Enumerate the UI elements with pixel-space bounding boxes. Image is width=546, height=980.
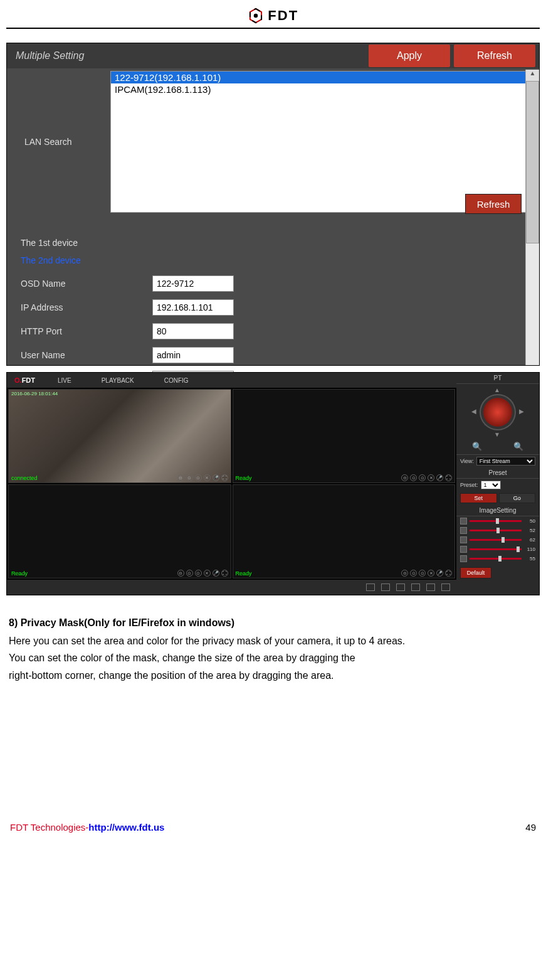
svg-point-2 — [254, 14, 258, 18]
cell-controls: ⊖⊙⊙✕🎤⛶ — [177, 474, 228, 481]
list-item[interactable]: IPCAM(192.168.1.113) — [111, 83, 532, 95]
lan-search-label: LAN Search — [7, 71, 110, 213]
refresh-button[interactable]: Refresh — [454, 45, 535, 67]
ctrl-icon[interactable]: ⊖ — [401, 570, 408, 577]
expand-icon[interactable]: ⛶ — [221, 570, 228, 577]
ctrl-icon[interactable]: ⊖ — [177, 570, 184, 577]
http-port-input[interactable] — [152, 323, 234, 339]
right-panel: PT ▲ ▼ ◀ ▶ 🔍 🔍 View: First Stream Preset… — [456, 373, 539, 595]
nav-live[interactable]: LIVE — [43, 377, 87, 384]
footer-url[interactable]: http://www.fdt.us — [88, 822, 164, 833]
ctrl-icon[interactable]: ⊙ — [186, 474, 193, 481]
sharpness-icon — [460, 555, 467, 562]
ptz-down-icon[interactable]: ▼ — [494, 431, 500, 438]
nav-config[interactable]: CONFIG — [149, 377, 204, 384]
list-item-selected[interactable]: 122-9712(192.168.1.101) — [111, 72, 532, 83]
paragraph: right-bottom corner, change the position… — [9, 667, 537, 684]
ctrl-icon[interactable]: ⊙ — [419, 474, 426, 481]
section-heading: 8) Privacy Mask(Only for IE/Firefox in w… — [9, 614, 537, 631]
http-port-label: HTTP Port — [21, 326, 152, 336]
contrast-icon — [460, 527, 467, 534]
preset-title: Preset — [456, 467, 539, 479]
mic-icon[interactable]: 🎤 — [436, 474, 443, 481]
slider-hue[interactable]: 62 — [456, 535, 539, 545]
preset-label: Preset: — [460, 482, 478, 488]
mute-icon[interactable]: ✕ — [204, 570, 211, 577]
status-connected: connected — [11, 475, 38, 481]
image-setting-title: ImageSetting — [456, 505, 539, 516]
mic-icon[interactable]: 🎤 — [213, 570, 219, 577]
ctrl-icon[interactable]: ⊙ — [195, 570, 202, 577]
bottom-toolbar — [7, 580, 456, 595]
slider-sharpness[interactable]: 55 — [456, 554, 539, 563]
expand-icon[interactable]: ⛶ — [445, 474, 452, 481]
layout-grid-icon[interactable] — [441, 583, 450, 591]
ctrl-icon[interactable]: ⊙ — [195, 474, 202, 481]
ctrl-icon[interactable]: ⊙ — [419, 570, 426, 577]
preset-select[interactable]: 1 — [481, 481, 501, 489]
status-ready: Ready — [11, 570, 28, 577]
device-tab-1[interactable]: The 1st device — [21, 234, 539, 252]
osd-name-label: OSD Name — [21, 279, 152, 289]
zoom-out-icon[interactable]: 🔍 — [513, 442, 523, 451]
ctrl-icon[interactable]: ⊖ — [401, 474, 408, 481]
video-cell-4[interactable]: Ready ⊖⊙⊙✕🎤⛶ — [233, 484, 456, 578]
saturation-icon — [460, 546, 467, 553]
timestamp-overlay: 2016-06-29 18:01:44 — [11, 391, 58, 397]
apply-button[interactable]: Apply — [369, 45, 450, 67]
status-ready: Ready — [236, 570, 252, 577]
ptz-joystick[interactable] — [483, 398, 512, 427]
set-button[interactable]: Set — [460, 493, 497, 503]
mute-icon[interactable]: ✕ — [428, 570, 434, 577]
slider-brightness[interactable]: 50 — [456, 516, 539, 526]
user-name-label: User Name — [21, 350, 152, 360]
video-cell-2[interactable]: Ready ⊖⊙⊙✕🎤⛶ — [233, 389, 456, 483]
video-cell-1[interactable]: 2016-06-29 18:01:44 connected ⊖⊙⊙✕🎤⛶ — [8, 389, 231, 483]
default-button[interactable]: Default — [460, 567, 491, 578]
osd-name-input[interactable] — [152, 275, 234, 292]
mute-icon[interactable]: ✕ — [204, 474, 211, 481]
ptz-left-icon[interactable]: ◀ — [471, 408, 476, 415]
user-name-input[interactable] — [152, 347, 234, 363]
slider-contrast[interactable]: 52 — [456, 526, 539, 535]
ctrl-icon[interactable]: ⊖ — [177, 474, 184, 481]
view-select[interactable]: First Stream — [476, 457, 535, 466]
mic-icon[interactable]: 🎤 — [213, 474, 219, 481]
zoom-in-icon[interactable]: 🔍 — [472, 442, 482, 451]
scroll-up-icon[interactable]: ▲ — [526, 70, 539, 81]
sd-icon[interactable] — [396, 583, 405, 591]
nav-playback[interactable]: PLAYBACK — [87, 377, 149, 384]
scroll-thumb[interactable] — [526, 81, 539, 243]
scrollbar[interactable]: ▲ — [525, 70, 539, 365]
brand-text: FDT — [268, 8, 298, 23]
expand-icon[interactable]: ⛶ — [445, 570, 452, 577]
ctrl-icon[interactable]: ⊙ — [410, 474, 417, 481]
snapshot-icon[interactable] — [366, 583, 375, 591]
slider-saturation[interactable]: 110 — [456, 545, 539, 554]
expand-icon[interactable]: ⛶ — [221, 474, 228, 481]
ptz-up-icon[interactable]: ▲ — [494, 386, 500, 393]
mic-icon[interactable]: 🎤 — [436, 570, 443, 577]
status-ready: Ready — [236, 475, 252, 481]
ptz-control[interactable]: ▲ ▼ ◀ ▶ — [456, 384, 539, 440]
app-navbar: O.FDT LIVE PLAYBACK CONFIG — [7, 373, 456, 388]
brightness-icon — [460, 518, 467, 525]
go-button[interactable]: Go — [499, 493, 536, 503]
pt-title: PT — [456, 373, 539, 384]
page-footer: FDT Technologies-http://www.fdt.us 49 — [6, 684, 540, 833]
fdt-logo-icon — [248, 8, 264, 24]
mute-icon[interactable]: ✕ — [428, 474, 434, 481]
refresh-list-button[interactable]: Refresh — [465, 194, 522, 214]
record-icon[interactable] — [381, 583, 390, 591]
layout-list-icon[interactable] — [426, 583, 435, 591]
device-tab-2[interactable]: The 2nd device — [21, 252, 539, 269]
hue-icon — [460, 536, 467, 543]
device-listbox[interactable]: 122-9712(192.168.1.101) IPCAM(192.168.1.… — [110, 71, 533, 213]
ctrl-icon[interactable]: ⊙ — [186, 570, 193, 577]
ctrl-icon[interactable]: ⊙ — [410, 570, 417, 577]
layout-1-icon[interactable] — [411, 583, 420, 591]
video-cell-3[interactable]: Ready ⊖⊙⊙✕🎤⛶ — [8, 484, 231, 578]
app-logo: O.FDT — [7, 376, 43, 384]
ptz-right-icon[interactable]: ▶ — [519, 408, 524, 415]
ip-address-input[interactable] — [152, 299, 234, 316]
